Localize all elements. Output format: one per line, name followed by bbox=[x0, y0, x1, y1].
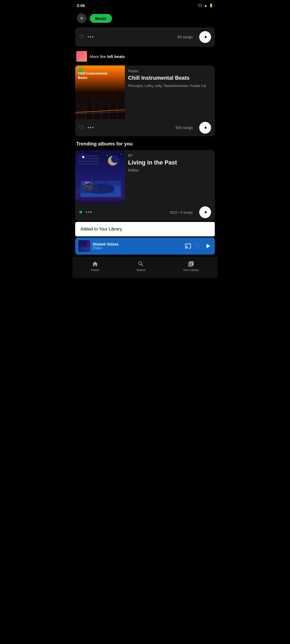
toast-notification: Added to Your Library. bbox=[75, 222, 215, 236]
svg-point-35 bbox=[102, 152, 102, 153]
home-label: Home bbox=[91, 268, 99, 272]
status-bar: 2:06 📳 ▲ 🔋 bbox=[73, 0, 218, 11]
ep-artwork: 🕐 bbox=[75, 150, 125, 204]
svg-point-33 bbox=[107, 155, 108, 156]
svg-rect-18 bbox=[78, 161, 99, 162]
playlist-card-inner: ♪ Chill Instrumental Beats bbox=[75, 65, 215, 119]
ep-meta: 2022 • 4 songs bbox=[170, 210, 193, 214]
more-options-button[interactable]: ••• bbox=[88, 34, 94, 40]
svg-rect-1 bbox=[77, 103, 80, 119]
playlist-more-dots-icon: ••• bbox=[88, 125, 94, 131]
np-play-icon bbox=[204, 242, 212, 250]
ep-play-button[interactable] bbox=[199, 206, 211, 218]
svg-rect-10 bbox=[111, 103, 115, 119]
playlist-type: Playlist bbox=[128, 69, 212, 73]
svg-point-34 bbox=[118, 159, 118, 160]
playlist-artwork: ♪ Chill Instrumental Beats bbox=[75, 65, 125, 119]
ep-more-button[interactable]: ••• bbox=[86, 210, 92, 215]
ep-illustration-svg: 🕐 bbox=[75, 150, 125, 204]
np-like-button[interactable]: ♡ bbox=[195, 243, 200, 250]
play-button[interactable] bbox=[199, 31, 211, 43]
more-like-row[interactable]: More like lofi beats bbox=[73, 48, 218, 64]
library-label: Your Library bbox=[183, 268, 199, 272]
nav-search[interactable]: Search bbox=[131, 260, 151, 273]
more-dots-icon: ••• bbox=[88, 34, 94, 40]
bottom-navigation: Home Search Your Library bbox=[73, 257, 218, 278]
toast-message: Added to Your Library. bbox=[81, 227, 123, 231]
playlist-info: Playlist Chill Instrumental Beats Phloca… bbox=[125, 65, 215, 119]
home-icon bbox=[92, 261, 98, 267]
ep-footer: ♥ ••• 2022 • 4 songs bbox=[75, 204, 215, 221]
more-like-prefix: More like bbox=[90, 54, 107, 59]
svg-rect-4 bbox=[88, 102, 91, 119]
like-button[interactable]: ♡ bbox=[79, 34, 84, 41]
playlist-like-button[interactable]: ♡ bbox=[79, 124, 84, 131]
cast-button[interactable] bbox=[185, 243, 191, 249]
music-filter-button[interactable]: Music bbox=[90, 14, 112, 23]
actions-row: ♡ ••• 63 songs bbox=[79, 31, 211, 43]
now-playing-artist: Prithvi bbox=[93, 246, 182, 250]
playlist-play-icon bbox=[203, 125, 208, 130]
ep-like-button[interactable]: ♥ bbox=[79, 209, 82, 216]
nav-home[interactable]: Home bbox=[86, 260, 104, 273]
lofi-beats-thumbnail bbox=[76, 51, 87, 62]
liked-songs-card: ♡ ••• 63 songs bbox=[75, 27, 215, 47]
ep-more-dots-icon: ••• bbox=[86, 210, 92, 215]
more-like-bold: lofi beats bbox=[107, 54, 125, 59]
now-playing-info: Distant Voices Prithvi bbox=[93, 242, 182, 250]
playlist-heart-icon: ♡ bbox=[79, 124, 84, 131]
status-icons: 📳 ▲ 🔋 bbox=[198, 3, 213, 8]
np-play-button[interactable] bbox=[204, 242, 212, 250]
svg-rect-9 bbox=[108, 99, 111, 119]
trending-section-header: Trending albums for you bbox=[73, 137, 218, 149]
playlist-song-count: 500 songs bbox=[175, 126, 193, 130]
svg-rect-2 bbox=[81, 100, 83, 119]
svg-point-39 bbox=[82, 242, 86, 246]
vibrate-icon: 📳 bbox=[198, 3, 202, 8]
cast-icon bbox=[185, 243, 191, 249]
now-playing-title: Distant Voices bbox=[93, 242, 182, 246]
play-icon bbox=[203, 35, 208, 39]
top-bar: Music bbox=[73, 11, 218, 26]
svg-point-37 bbox=[96, 151, 97, 152]
library-icon bbox=[188, 261, 194, 267]
close-icon bbox=[79, 16, 84, 20]
svg-rect-5 bbox=[91, 98, 95, 119]
np-heart-icon: ♡ bbox=[195, 243, 200, 250]
now-playing-bar[interactable]: Distant Voices Prithvi ♡ bbox=[75, 237, 215, 255]
playlist-more-button[interactable]: ••• bbox=[88, 125, 94, 131]
svg-rect-6 bbox=[96, 104, 98, 119]
close-button[interactable] bbox=[77, 13, 86, 23]
ep-artist: Prithvi bbox=[128, 168, 212, 173]
battery-icon: 🔋 bbox=[209, 3, 213, 8]
svg-rect-40 bbox=[81, 248, 88, 250]
status-time: 2:06 bbox=[77, 3, 85, 8]
playlist-image-title: Chill Instrumental Beats bbox=[78, 71, 110, 80]
ep-heart-filled-icon: ♥ bbox=[79, 209, 82, 216]
now-playing-controls: ♡ bbox=[185, 242, 212, 250]
song-count: 63 songs bbox=[177, 35, 193, 39]
more-like-text: More like lofi beats bbox=[90, 54, 125, 59]
playlist-artists: Phlocalyst, Laffey, softy, Tibeauthetrav… bbox=[128, 84, 212, 88]
ep-type: EP bbox=[128, 154, 212, 158]
wifi-icon: ▲ bbox=[204, 3, 207, 8]
ep-card[interactable]: 🕐 bbox=[75, 150, 215, 221]
nav-library[interactable]: Your Library bbox=[178, 260, 204, 273]
ep-title: Living in the Past bbox=[128, 159, 212, 166]
city-skyline-svg bbox=[75, 92, 125, 119]
svg-text:🕐: 🕐 bbox=[82, 156, 85, 158]
heart-outline-icon: ♡ bbox=[79, 34, 84, 41]
playlist-title: Chill Instrumental Beats bbox=[128, 75, 212, 81]
svg-point-21 bbox=[111, 155, 119, 163]
svg-rect-7 bbox=[99, 100, 104, 119]
search-label: Search bbox=[136, 268, 146, 272]
chill-instrumental-card[interactable]: ♪ Chill Instrumental Beats bbox=[75, 65, 215, 136]
svg-rect-32 bbox=[75, 197, 125, 204]
ep-info: EP Living in the Past Prithvi bbox=[125, 150, 215, 204]
search-icon bbox=[138, 261, 144, 267]
playlist-play-button[interactable] bbox=[199, 122, 211, 134]
now-playing-thumbnail bbox=[78, 240, 90, 252]
svg-point-36 bbox=[121, 154, 121, 155]
playlist-footer: ♡ ••• 500 songs bbox=[75, 119, 215, 136]
np-thumb-art bbox=[78, 240, 90, 252]
